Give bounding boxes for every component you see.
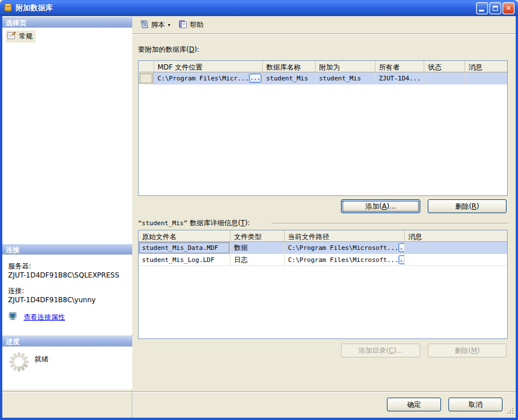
details-label-rest: 数据库详细信息(T): bbox=[187, 219, 250, 227]
sidebar: 选择页 常规 连接 服务器: ZJUT-1D4DF91B8C\SQLEXPRES… bbox=[2, 16, 132, 418]
column-header-selector bbox=[139, 61, 154, 72]
connection-panel: 服务器: ZJUT-1D4DF91B8C\SQLEXPRESS 连接: ZJUT… bbox=[2, 255, 132, 335]
table-row[interactable]: C:\Program Files\Micr... ... student_Mis… bbox=[139, 72, 507, 84]
column-header-file-type: 文件类型 bbox=[230, 230, 284, 241]
browse-mdf-button[interactable]: ... bbox=[249, 74, 262, 83]
status-cell[interactable] bbox=[424, 72, 465, 84]
original-filename-cell[interactable]: student_Mis_Log.LDF bbox=[139, 254, 230, 266]
connection-label: 连接: bbox=[8, 286, 132, 296]
view-connection-properties-link[interactable]: 查看连接属性 bbox=[24, 313, 65, 322]
current-path-cell[interactable]: C:\Program Files\Microsoft... ... bbox=[284, 254, 404, 266]
sidebar-item-general[interactable]: 常规 bbox=[6, 30, 36, 43]
window-border-bottom bbox=[0, 418, 518, 420]
database-name-cell[interactable]: student_Mis bbox=[262, 72, 315, 84]
column-header-current-path: 当前文件路径 bbox=[284, 230, 404, 241]
file-type-cell[interactable]: 数据 bbox=[230, 242, 284, 254]
script-button-label: 脚本 bbox=[151, 20, 165, 30]
message-cell[interactable] bbox=[404, 254, 507, 266]
column-header-original-filename: 原始文件名 bbox=[139, 230, 230, 241]
progress-panel: 就绪 bbox=[2, 346, 132, 390]
script-icon bbox=[140, 20, 149, 30]
current-path-value: C:\Program Files\Microsoft... bbox=[288, 256, 398, 264]
database-details-label: “student_Mis” 数据库详细信息(T): bbox=[138, 218, 250, 228]
window-title: 附加数据库 bbox=[16, 3, 53, 13]
owner-cell[interactable]: ZJUT-1D4... bbox=[375, 72, 424, 84]
details-grid-header: 原始文件名 文件类型 当前文件路径 消息 bbox=[139, 230, 507, 242]
column-header-status: 状态 bbox=[424, 61, 465, 72]
maximize-button[interactable] bbox=[489, 2, 501, 14]
remove-button[interactable]: 删除(R) bbox=[428, 199, 507, 213]
main-panel: 脚本 ▾ 帮助 要附加的数据库(D): bbox=[132, 16, 516, 418]
toolbar: 脚本 ▾ 帮助 bbox=[132, 16, 516, 34]
ok-button[interactable]: 确定 bbox=[387, 398, 441, 411]
server-label: 服务器: bbox=[8, 261, 132, 271]
original-filename-cell[interactable]: student_Mis_Data.MDF bbox=[139, 242, 230, 254]
attach-databases-label: 要附加的数据库(D): bbox=[138, 45, 199, 55]
resize-grip[interactable] bbox=[507, 407, 515, 417]
server-value: ZJUT-1D4DF91B8C\SQLEXPRESS bbox=[8, 271, 132, 279]
attach-database-dialog: 附加数据库 ✕ 选择页 常规 bbox=[0, 0, 518, 420]
help-button-label: 帮助 bbox=[190, 20, 204, 30]
attach-as-cell[interactable]: student_Mis bbox=[315, 72, 375, 84]
footer-divider bbox=[2, 391, 516, 392]
column-header-database-name: 数据库名称 bbox=[262, 61, 315, 72]
sidebar-item-label: 常规 bbox=[19, 32, 33, 41]
details-db-name: “student_Mis” bbox=[138, 219, 187, 227]
current-path-value: C:\Program Files\Microsoft... bbox=[288, 244, 398, 252]
table-row[interactable]: student_Mis_Log.LDF 日志 C:\Program Files\… bbox=[139, 254, 507, 266]
maximize-icon bbox=[493, 6, 498, 11]
table-row[interactable]: student_Mis_Data.MDF 数据 C:\Program Files… bbox=[139, 242, 507, 254]
column-header-attach-as: 附加为 bbox=[315, 61, 375, 72]
database-icon bbox=[3, 3, 13, 14]
database-details-grid[interactable]: 原始文件名 文件类型 当前文件路径 消息 student_Mis_Data.MD… bbox=[138, 230, 508, 339]
window-border-right bbox=[516, 16, 518, 420]
help-icon bbox=[178, 20, 187, 30]
attach-grid-header: MDF 文件位置 数据库名称 附加为 所有者 状态 消息 bbox=[139, 61, 507, 72]
minimize-button[interactable] bbox=[476, 2, 488, 14]
close-button[interactable]: ✕ bbox=[502, 2, 515, 14]
row-selector-cell[interactable] bbox=[139, 72, 154, 84]
message-cell[interactable] bbox=[465, 72, 507, 84]
mdf-location-cell[interactable]: C:\Program Files\Micr... ... bbox=[154, 72, 262, 84]
select-page-header: 选择页 bbox=[2, 17, 132, 28]
add-button[interactable]: 添加(A)... bbox=[341, 199, 420, 213]
attach-databases-grid[interactable]: MDF 文件位置 数据库名称 附加为 所有者 状态 消息 C:\Program … bbox=[138, 60, 508, 196]
remove-catalog-button: 删除(M) bbox=[428, 344, 507, 357]
progress-spinner-icon bbox=[8, 351, 30, 375]
status-text: 就绪 bbox=[34, 355, 48, 364]
pages-panel: 常规 bbox=[2, 28, 132, 244]
titlebar[interactable]: 附加数据库 ✕ bbox=[0, 0, 518, 16]
current-path-cell[interactable]: C:\Program Files\Microsoft... ... bbox=[284, 242, 404, 254]
add-catalog-button: 添加目录(C)... bbox=[341, 344, 420, 357]
script-button[interactable]: 脚本 ▾ bbox=[137, 18, 172, 32]
file-type-cell[interactable]: 日志 bbox=[230, 254, 284, 266]
connection-header: 连接 bbox=[2, 244, 132, 255]
browse-path-button[interactable]: ... bbox=[398, 243, 404, 252]
help-button[interactable]: 帮助 bbox=[176, 18, 206, 32]
mdf-location-value: C:\Program Files\Micr... bbox=[158, 75, 249, 82]
message-cell[interactable] bbox=[404, 242, 507, 254]
property-page-icon bbox=[7, 31, 16, 42]
column-header-message: 消息 bbox=[404, 230, 507, 241]
column-header-mdf-location: MDF 文件位置 bbox=[154, 61, 262, 72]
column-header-owner: 所有者 bbox=[375, 61, 424, 72]
cancel-button[interactable]: 取消 bbox=[448, 398, 502, 411]
connection-value: ZJUT-1D4DF91B8C\yunny bbox=[8, 296, 132, 304]
groupbox-line bbox=[272, 223, 509, 224]
progress-header: 进度 bbox=[2, 336, 132, 346]
chevron-down-icon: ▾ bbox=[168, 22, 170, 28]
minimize-icon bbox=[479, 10, 484, 11]
connection-properties-icon bbox=[8, 312, 18, 323]
browse-path-button[interactable]: ... bbox=[398, 255, 404, 264]
column-header-message: 消息 bbox=[465, 61, 507, 72]
